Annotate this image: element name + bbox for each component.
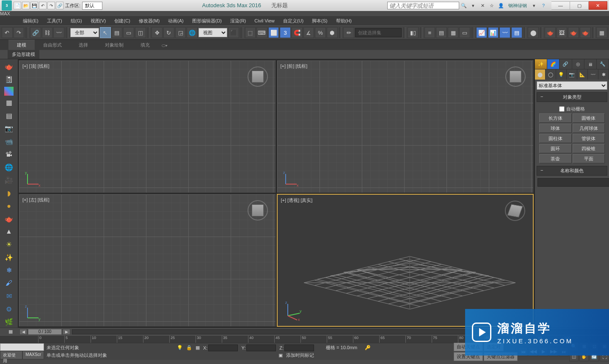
app-menu-button[interactable]: MAX <box>0 11 609 16</box>
workspace-combo[interactable]: 默认 <box>82 2 102 10</box>
ribbon-panel-polymodeling[interactable]: 多边形建模 <box>8 50 39 59</box>
sphere-icon[interactable]: ● <box>3 200 15 211</box>
color-icon[interactable] <box>4 87 14 96</box>
snap-3d-button[interactable]: 3 <box>280 27 291 38</box>
menu-edit[interactable]: 编辑(E) <box>19 17 43 25</box>
redo-button[interactable]: ↷ <box>14 27 25 38</box>
cylinder-button[interactable]: 圆柱体 <box>539 134 572 143</box>
maxscript-tab[interactable]: MAXScr <box>22 351 44 359</box>
maximize-button[interactable]: ▢ <box>570 1 589 10</box>
dopesheet-button[interactable]: 〰 <box>499 27 510 38</box>
particles-icon[interactable]: ❄ <box>3 265 15 276</box>
material-editor-button[interactable]: ⬤ <box>528 27 539 38</box>
angle-snap-button[interactable]: 🧲 <box>292 27 303 38</box>
qat-open-icon[interactable]: 📂 <box>22 2 30 9</box>
qat-redo-icon[interactable]: ↷ <box>47 2 55 9</box>
selection-lock-icon[interactable]: ▦ <box>196 345 200 350</box>
viewport-perspective[interactable]: [+] [透视] [真实] zyx <box>277 194 534 327</box>
app-logo-small[interactable]: 3 <box>2 0 12 11</box>
search-icon[interactable]: 🔍 <box>459 1 468 10</box>
display-tab[interactable]: 🖥 <box>584 59 597 69</box>
menu-civilview[interactable]: Civil View <box>250 17 278 25</box>
torus-button[interactable]: 圆环 <box>539 144 572 153</box>
exchange-icon[interactable]: ✕ <box>478 1 487 10</box>
viewcube-front[interactable] <box>503 64 528 89</box>
next-frame-button[interactable]: ▶ <box>63 329 70 335</box>
keyboard-shortcut-button[interactable]: ⌨ <box>256 27 267 38</box>
move-button[interactable]: ✥ <box>152 27 163 38</box>
undo-button[interactable]: ↶ <box>2 27 13 38</box>
trackview-button[interactable]: ▤ <box>511 27 522 38</box>
lights-category[interactable]: 💡 <box>556 69 567 80</box>
viewcube-top[interactable] <box>245 64 270 89</box>
cone-icon[interactable]: ▲ <box>3 226 15 237</box>
named-selection-combo[interactable] <box>355 28 402 37</box>
sign-in-icon[interactable]: ▾ <box>468 1 478 10</box>
window-crossing-button[interactable]: ◫ <box>135 27 146 38</box>
qat-link-icon[interactable]: 🔗 <box>56 2 63 9</box>
menu-help[interactable]: 帮助(H) <box>332 17 356 25</box>
pivot-button[interactable]: ⬛ <box>228 27 239 38</box>
cameras-category[interactable]: 📷 <box>567 69 577 80</box>
viewport-left[interactable]: [+] [左] [线框] zy <box>19 194 276 327</box>
help-icon[interactable]: ? <box>539 1 548 10</box>
shapes-category[interactable]: ◯ <box>546 69 556 80</box>
menu-views[interactable]: 视图(V) <box>86 17 110 25</box>
user-icon[interactable]: 👤 <box>496 1 506 10</box>
pyramid-button[interactable]: 四棱锥 <box>573 144 605 153</box>
globe-icon[interactable]: 🌐 <box>3 162 15 173</box>
viewcube-persp[interactable] <box>502 198 528 223</box>
link-button[interactable]: 🔗 <box>30 27 41 38</box>
utilities-tab[interactable]: 🔧 <box>597 59 609 69</box>
spacewarps-category[interactable]: 〰 <box>588 69 598 80</box>
ribbon-tab-freeform[interactable]: 自由形式 <box>35 40 70 50</box>
unlink-button[interactable]: ⛓ <box>42 27 53 38</box>
viewport-front-label[interactable]: [+] [前] [线框] <box>281 63 308 69</box>
sun-icon[interactable]: ☀ <box>3 239 15 250</box>
render-setup-button[interactable]: 🫖 <box>545 27 556 38</box>
snap-toggle-button[interactable]: ⬜ <box>268 27 279 38</box>
bind-button[interactable]: 〰 <box>53 27 64 38</box>
render-frame-button[interactable]: 🖼 <box>557 27 568 38</box>
motion-tab[interactable]: ◎ <box>572 59 584 69</box>
selection-filter-combo[interactable]: 全部 <box>70 28 99 37</box>
rollout-namecolor[interactable]: 名称和颜色 <box>537 166 607 176</box>
edged-faces-button[interactable]: ⬢ <box>327 27 338 38</box>
autogrid-checkbox[interactable]: 自动栅格 <box>537 105 606 113</box>
plane-button[interactable]: 平面 <box>573 154 605 163</box>
render-button[interactable]: 🫖 <box>568 27 579 38</box>
menu-animation[interactable]: 动画(A) <box>164 17 188 25</box>
rollout-objecttype[interactable]: 对象类型 <box>537 92 607 102</box>
prev-frame-button[interactable]: ◀ <box>19 329 27 335</box>
gear-icon[interactable]: ⚙ <box>3 303 15 314</box>
camera2-icon[interactable]: 📹 <box>3 136 15 147</box>
render-prod-button[interactable]: 🫖 <box>580 27 591 38</box>
minimize-button[interactable]: — <box>551 1 570 10</box>
lock-icon[interactable]: 💡 <box>177 345 183 350</box>
menu-rendering[interactable]: 渲染(R) <box>226 17 250 25</box>
schematic-view-button[interactable]: 📊 <box>488 27 499 38</box>
curve-editor-button[interactable]: 📈 <box>476 27 487 38</box>
menu-maxscript[interactable]: 脚本(S) <box>308 17 332 25</box>
qat-save-icon[interactable]: 💾 <box>30 2 38 9</box>
rotate-button[interactable]: ↻ <box>163 27 174 38</box>
y-coord-input[interactable] <box>246 345 276 351</box>
mirror-button[interactable]: ▮▯ <box>408 27 419 38</box>
tube-button[interactable]: 管状体 <box>573 134 605 143</box>
viewport-top[interactable]: [+] [顶] [线框] yx <box>19 60 276 193</box>
scale-button[interactable]: ◲ <box>175 27 186 38</box>
manipulate-button[interactable]: ⬚ <box>245 27 256 38</box>
placement-button[interactable]: 🌐 <box>187 27 198 38</box>
cone-button[interactable]: 圆锥体 <box>573 113 605 123</box>
viewport-front[interactable]: [+] [前] [线框] zx <box>277 60 534 193</box>
object-name-input[interactable] <box>537 178 609 187</box>
camera3-icon[interactable]: 📽 <box>3 149 15 160</box>
layers-button[interactable]: ▤ <box>436 27 447 38</box>
time-slider[interactable]: 0 / 100 <box>28 329 62 335</box>
named-selection-button[interactable]: ✏ <box>343 27 354 38</box>
menu-grapheditors[interactable]: 图形编辑器(D) <box>188 17 226 25</box>
ribbon-toggle-button[interactable]: ▭ <box>459 27 470 38</box>
sphere-button[interactable]: 球体 <box>539 124 572 133</box>
ribbon-tab-modeling[interactable]: 建模 <box>8 40 35 50</box>
camera1-icon[interactable]: 📷 <box>3 123 15 134</box>
